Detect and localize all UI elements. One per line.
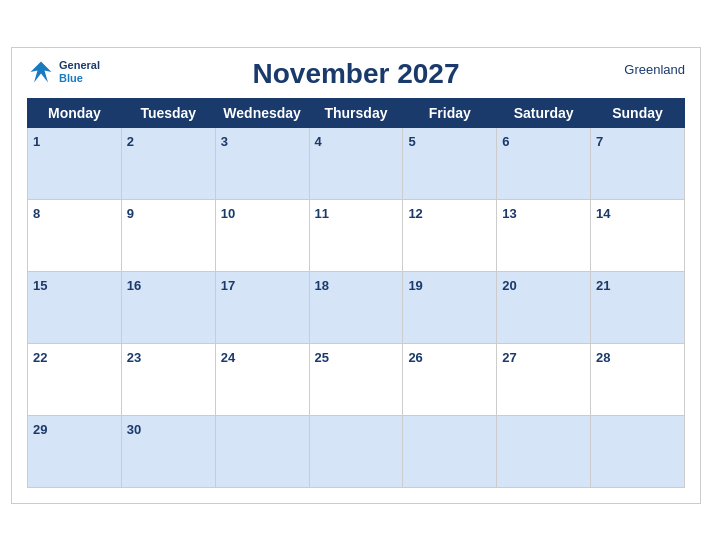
day-cell-26: 26 [403,343,497,415]
day-cell-28: 28 [591,343,685,415]
day-number-6: 6 [502,134,509,149]
day-number-28: 28 [596,350,610,365]
day-number-7: 7 [596,134,603,149]
week-row-4: 22232425262728 [28,343,685,415]
day-cell-8: 8 [28,199,122,271]
logo-blue: Blue [59,72,100,84]
header-tuesday: Tuesday [121,98,215,127]
day-cell-15: 15 [28,271,122,343]
day-cell-2: 2 [121,127,215,199]
calendar-body: 1234567891011121314151617181920212223242… [28,127,685,487]
day-number-18: 18 [315,278,329,293]
day-number-25: 25 [315,350,329,365]
day-cell-3: 3 [215,127,309,199]
day-cell-19: 19 [403,271,497,343]
day-cell-30: 30 [121,415,215,487]
day-number-9: 9 [127,206,134,221]
region-label: Greenland [624,62,685,77]
day-number-10: 10 [221,206,235,221]
logo-general: General [59,59,100,71]
day-number-5: 5 [408,134,415,149]
empty-cell-w4-d2 [215,415,309,487]
calendar-title: November 2027 [252,58,459,90]
day-number-2: 2 [127,134,134,149]
day-number-14: 14 [596,206,610,221]
empty-cell-w4-d4 [403,415,497,487]
day-cell-22: 22 [28,343,122,415]
header-wednesday: Wednesday [215,98,309,127]
day-cell-17: 17 [215,271,309,343]
empty-cell-w4-d5 [497,415,591,487]
day-number-27: 27 [502,350,516,365]
day-number-22: 22 [33,350,47,365]
day-cell-20: 20 [497,271,591,343]
day-cell-25: 25 [309,343,403,415]
svg-marker-0 [31,61,52,82]
day-number-1: 1 [33,134,40,149]
week-row-1: 1234567 [28,127,685,199]
day-number-3: 3 [221,134,228,149]
day-number-19: 19 [408,278,422,293]
logo-icon [27,58,55,86]
day-cell-12: 12 [403,199,497,271]
day-cell-11: 11 [309,199,403,271]
day-cell-5: 5 [403,127,497,199]
header-sunday: Sunday [591,98,685,127]
day-cell-6: 6 [497,127,591,199]
day-cell-10: 10 [215,199,309,271]
day-number-12: 12 [408,206,422,221]
day-cell-14: 14 [591,199,685,271]
day-cell-24: 24 [215,343,309,415]
header-monday: Monday [28,98,122,127]
weekday-header-row: Monday Tuesday Wednesday Thursday Friday… [28,98,685,127]
day-number-20: 20 [502,278,516,293]
day-cell-29: 29 [28,415,122,487]
day-cell-16: 16 [121,271,215,343]
day-cell-7: 7 [591,127,685,199]
header-friday: Friday [403,98,497,127]
logo-area: General Blue [27,58,100,86]
header-thursday: Thursday [309,98,403,127]
day-number-17: 17 [221,278,235,293]
logo-text: General Blue [59,59,100,83]
week-row-5: 2930 [28,415,685,487]
day-number-24: 24 [221,350,235,365]
calendar-header: General Blue November 2027 Greenland [27,58,685,90]
calendar: General Blue November 2027 Greenland Mon… [11,47,701,504]
day-cell-21: 21 [591,271,685,343]
day-number-21: 21 [596,278,610,293]
day-number-30: 30 [127,422,141,437]
calendar-table: Monday Tuesday Wednesday Thursday Friday… [27,98,685,488]
day-cell-23: 23 [121,343,215,415]
day-number-8: 8 [33,206,40,221]
day-number-23: 23 [127,350,141,365]
header-saturday: Saturday [497,98,591,127]
day-number-29: 29 [33,422,47,437]
day-cell-18: 18 [309,271,403,343]
day-number-13: 13 [502,206,516,221]
day-number-26: 26 [408,350,422,365]
day-cell-27: 27 [497,343,591,415]
day-cell-9: 9 [121,199,215,271]
day-cell-1: 1 [28,127,122,199]
day-cell-13: 13 [497,199,591,271]
day-number-16: 16 [127,278,141,293]
empty-cell-w4-d6 [591,415,685,487]
week-row-2: 891011121314 [28,199,685,271]
day-number-11: 11 [315,206,329,221]
day-cell-4: 4 [309,127,403,199]
empty-cell-w4-d3 [309,415,403,487]
calendar-thead: Monday Tuesday Wednesday Thursday Friday… [28,98,685,127]
day-number-15: 15 [33,278,47,293]
day-number-4: 4 [315,134,322,149]
week-row-3: 15161718192021 [28,271,685,343]
